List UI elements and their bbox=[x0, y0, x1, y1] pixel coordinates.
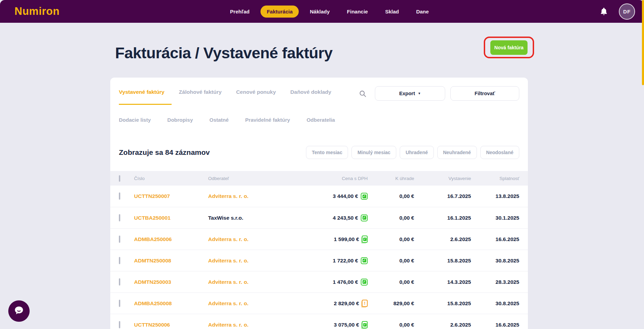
payment-status-icon-paid-check: ✓ bbox=[361, 193, 368, 200]
invoice-number-link[interactable]: UCTTN250007 bbox=[134, 193, 170, 199]
table-row[interactable]: UCTTN250007 Adviterra s. r. o. 3 444,00 … bbox=[110, 186, 528, 207]
customer-link[interactable]: Adviterra s. r. o. bbox=[208, 193, 248, 199]
nav-item-financie[interactable]: Financie bbox=[341, 6, 374, 18]
customer-link[interactable]: Adviterra s. r. o. bbox=[208, 322, 248, 328]
payment-status-icon-paid-doc-check: ✓ bbox=[362, 321, 368, 328]
row-checkbox[interactable] bbox=[119, 300, 120, 307]
table-row[interactable]: ADMTN250008 Adviterra s. r. o. 1 722,00 … bbox=[110, 250, 528, 271]
total-amount: 1 476,00 € bbox=[333, 279, 358, 285]
nav-item-prehľad[interactable]: Prehľad bbox=[224, 6, 256, 18]
customer-link[interactable]: Adviterra s. r. o. bbox=[208, 236, 248, 242]
column-header-due[interactable]: K úhrade bbox=[368, 176, 414, 181]
tab-zálohové-faktúry[interactable]: Zálohové faktúry bbox=[172, 86, 229, 105]
app-header: Numiron PrehľadFakturáciaNákladyFinancie… bbox=[0, 0, 644, 23]
tab-vystavené-faktúry[interactable]: Vystavené faktúry bbox=[119, 86, 172, 105]
column-header-customer[interactable]: Odberateľ bbox=[208, 176, 287, 181]
due-date: 30.8.2025 bbox=[471, 258, 519, 264]
invoice-number-link[interactable]: UCTBA250001 bbox=[134, 215, 171, 221]
invoice-number-link[interactable]: ADMBA250008 bbox=[134, 300, 172, 306]
secondary-tabs: Dodacie listyDobropisyOstatnéPravidelné … bbox=[110, 115, 528, 124]
invoice-number-link[interactable]: ADMTN250008 bbox=[134, 258, 171, 263]
chevron-down-icon: ▼ bbox=[418, 92, 421, 95]
column-header-due-date[interactable]: Splatnosť bbox=[471, 176, 519, 181]
customer-link[interactable]: TaxWise s.r.o. bbox=[208, 215, 243, 221]
export-button-label: Export bbox=[399, 91, 415, 96]
export-button[interactable]: Export ▼ bbox=[375, 86, 445, 101]
row-checkbox[interactable] bbox=[119, 278, 120, 286]
total-amount: 3 075,00 € bbox=[334, 322, 359, 328]
chip-minulý-mesiac[interactable]: Minulý mesiac bbox=[351, 146, 396, 159]
chip-neodoslané[interactable]: Neodoslané bbox=[480, 146, 519, 159]
due-date: 16.6.2025 bbox=[471, 236, 519, 242]
primary-tabs: Vystavené faktúryZálohové faktúryCenové … bbox=[119, 86, 338, 105]
payment-status-icon-paid-check: ✓ bbox=[361, 215, 368, 221]
invoice-number-link[interactable]: ADMTN250003 bbox=[134, 279, 171, 285]
column-header-issued[interactable]: Vystavenie bbox=[414, 176, 471, 181]
chat-bubble-icon bbox=[13, 305, 25, 318]
table-body: UCTTN250007 Adviterra s. r. o. 3 444,00 … bbox=[110, 186, 528, 329]
issued-date: 15.8.2025 bbox=[414, 258, 471, 264]
due-amount: 829,00 € bbox=[368, 300, 414, 307]
chip-tento-mesiac[interactable]: Tento mesiac bbox=[306, 146, 348, 159]
payment-status-icon-paid-doc-check: ✓ bbox=[362, 236, 368, 243]
row-checkbox[interactable] bbox=[119, 321, 120, 328]
invoices-card: Vystavené faktúryZálohové faktúryCenové … bbox=[110, 78, 528, 329]
nav-item-náklady[interactable]: Náklady bbox=[304, 6, 336, 18]
tab-pravidelné-faktúry[interactable]: Pravidelné faktúry bbox=[237, 115, 298, 124]
main-nav: PrehľadFakturáciaNákladyFinancieSkladDan… bbox=[224, 6, 435, 18]
user-avatar[interactable]: DF bbox=[619, 3, 635, 20]
table-row[interactable]: UCTBA250001 TaxWise s.r.o. 4 243,50 € ✓ … bbox=[110, 207, 528, 228]
customer-link[interactable]: Adviterra s. r. o. bbox=[208, 279, 248, 285]
tab-dodacie-listy[interactable]: Dodacie listy bbox=[119, 115, 159, 124]
issued-date: 14.3.2025 bbox=[414, 279, 471, 285]
row-checkbox[interactable] bbox=[119, 257, 120, 264]
tab-ostatné[interactable]: Ostatné bbox=[201, 115, 237, 124]
due-date: 30.8.2025 bbox=[471, 300, 519, 307]
customer-link[interactable]: Adviterra s. r. o. bbox=[208, 300, 248, 306]
row-checkbox[interactable] bbox=[119, 214, 120, 221]
tab-daňové-doklady[interactable]: Daňové doklady bbox=[283, 86, 339, 105]
payment-status-icon-paid-check: ✓ bbox=[361, 279, 368, 286]
nav-item-fakturácia[interactable]: Fakturácia bbox=[260, 6, 299, 18]
due-amount: 0,00 € bbox=[368, 236, 414, 242]
table-row[interactable]: UCTTN250006 Adviterra s. r. o. 3 075,00 … bbox=[110, 314, 528, 329]
chat-widget-button[interactable] bbox=[8, 300, 30, 322]
table-row[interactable]: ADMBA250008 Adviterra s. r. o. 2 829,00 … bbox=[110, 292, 528, 314]
invoice-number-link[interactable]: ADMBA250006 bbox=[134, 236, 172, 242]
issued-date: 16.7.2025 bbox=[414, 193, 471, 199]
column-header-number[interactable]: Číslo bbox=[134, 176, 208, 181]
tab-odberatelia[interactable]: Odberatelia bbox=[298, 115, 344, 124]
brand-logo[interactable]: Numiron bbox=[14, 5, 60, 18]
invoice-number-link[interactable]: UCTTN250006 bbox=[134, 322, 170, 328]
due-amount: 0,00 € bbox=[368, 279, 414, 285]
filter-button[interactable]: Filtrovať bbox=[450, 86, 519, 101]
column-header-total[interactable]: Cena s DPH bbox=[287, 176, 368, 181]
new-invoice-button[interactable]: Nová faktúra bbox=[490, 40, 528, 55]
page-scrollbar-thumb[interactable] bbox=[642, 0, 644, 85]
tab-dobropisy[interactable]: Dobropisy bbox=[159, 115, 201, 124]
total-amount: 4 243,50 € bbox=[333, 215, 358, 221]
row-checkbox[interactable] bbox=[119, 236, 120, 243]
tab-cenové-ponuky[interactable]: Cenové ponuky bbox=[229, 86, 283, 105]
quick-filter-chips: Tento mesiacMinulý mesiacUhradenéNeuhrad… bbox=[306, 146, 519, 159]
table-row[interactable]: ADMBA250006 Adviterra s. r. o. 1 599,00 … bbox=[110, 228, 528, 250]
nav-item-dane[interactable]: Dane bbox=[410, 6, 435, 18]
due-date: 30.1.2025 bbox=[471, 215, 519, 221]
chip-uhradené[interactable]: Uhradené bbox=[400, 146, 434, 159]
chip-neuhradené[interactable]: Neuhradené bbox=[437, 146, 477, 159]
nav-item-sklad[interactable]: Sklad bbox=[379, 6, 405, 18]
total-amount: 1 722,00 € bbox=[333, 258, 358, 264]
select-all-checkbox[interactable] bbox=[119, 175, 120, 182]
row-checkbox[interactable] bbox=[119, 192, 120, 200]
customer-link[interactable]: Adviterra s. r. o. bbox=[208, 258, 248, 263]
notifications-bell-icon[interactable] bbox=[599, 7, 609, 16]
table-row[interactable]: ADMTN250003 Adviterra s. r. o. 1 476,00 … bbox=[110, 271, 528, 292]
page-title: Fakturácia / Vystavené faktúry bbox=[115, 44, 333, 62]
payment-status-icon-paid-check: ✓ bbox=[361, 257, 368, 264]
payment-status-icon-unpaid-doc-alert: ! bbox=[362, 300, 368, 307]
due-date: 13.8.2025 bbox=[471, 193, 519, 199]
total-amount: 2 829,00 € bbox=[334, 300, 359, 307]
table-header: Číslo Odberateľ Cena s DPH K úhrade Vyst… bbox=[110, 171, 528, 186]
due-amount: 0,00 € bbox=[368, 322, 414, 328]
search-icon[interactable] bbox=[359, 90, 367, 98]
